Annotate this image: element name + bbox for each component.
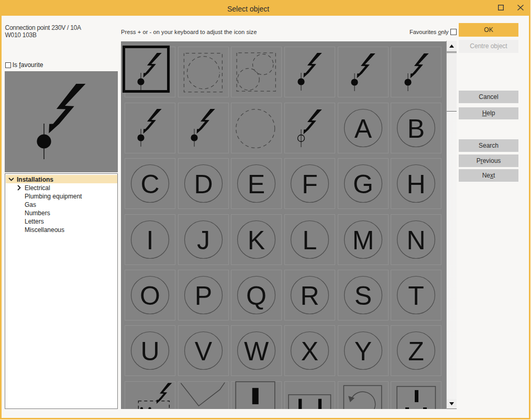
svg-text:U: U xyxy=(140,337,159,366)
svg-text:J: J xyxy=(197,225,210,255)
svg-text:D: D xyxy=(194,170,213,199)
svg-text:Z: Z xyxy=(408,337,425,366)
svg-text:H: H xyxy=(407,170,426,199)
svg-text:E: E xyxy=(248,170,265,199)
svg-text:Y: Y xyxy=(355,337,372,366)
svg-text:I: I xyxy=(146,225,153,255)
svg-text:A: A xyxy=(355,114,372,143)
svg-text:F: F xyxy=(302,170,318,199)
svg-text:P: P xyxy=(194,281,212,310)
svg-text:O: O xyxy=(140,281,160,310)
svg-text:W: W xyxy=(244,337,269,366)
svg-text:R: R xyxy=(300,281,319,310)
svg-text:V: V xyxy=(194,337,212,366)
svg-text:T: T xyxy=(408,281,425,310)
svg-text:G: G xyxy=(353,170,373,199)
svg-text:L: L xyxy=(303,225,317,255)
svg-text:B: B xyxy=(407,114,425,143)
svg-text:N: N xyxy=(407,225,426,255)
svg-text:K: K xyxy=(248,225,265,255)
svg-text:S: S xyxy=(355,281,372,310)
svg-text:M: M xyxy=(352,225,374,255)
svg-text:C: C xyxy=(140,170,159,199)
svg-text:X: X xyxy=(301,337,318,366)
svg-text:Q: Q xyxy=(246,281,267,310)
